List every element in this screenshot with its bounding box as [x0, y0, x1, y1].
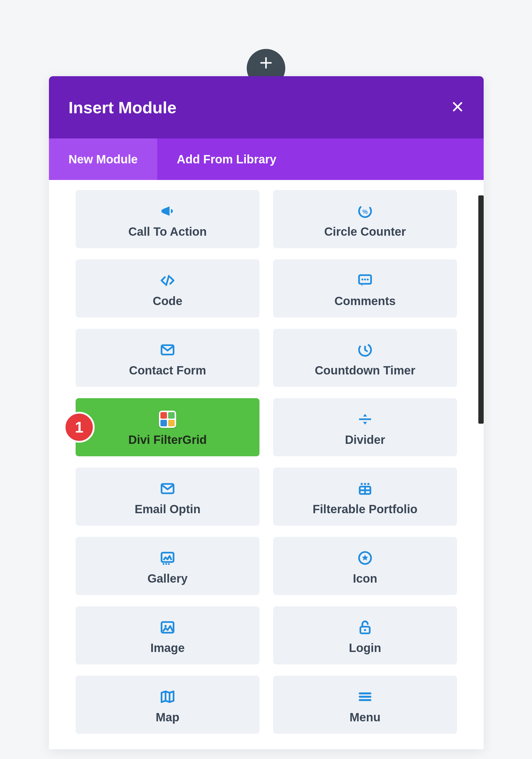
gallery-icon-slot — [160, 549, 176, 567]
module-call-to-action[interactable]: Call To Action — [76, 190, 260, 248]
module-label: Call To Action — [128, 225, 207, 238]
module-map[interactable]: Map — [76, 676, 260, 734]
envelope-icon — [160, 481, 176, 497]
star-circle-icon — [357, 550, 373, 566]
call-to-action-icon-slot — [160, 203, 176, 220]
module-label: Divider — [345, 433, 385, 447]
clock-icon — [357, 342, 373, 358]
code-icon-slot — [160, 272, 176, 289]
megaphone-icon — [160, 203, 176, 219]
module-comments[interactable]: Comments — [273, 260, 457, 318]
image-icon-slot — [160, 619, 176, 636]
envelope-icon — [160, 342, 176, 358]
icon-icon-slot — [357, 549, 373, 567]
module-image[interactable]: Image — [76, 606, 260, 664]
module-label: Login — [349, 641, 381, 655]
contact-form-icon-slot — [160, 341, 176, 358]
module-label: Map — [156, 711, 180, 724]
panel-header: Insert Module — [49, 76, 484, 139]
image-icon — [160, 619, 176, 635]
insert-module-panel: Insert Module New Module Add From Librar… — [49, 76, 484, 749]
module-circle-counter[interactable]: Circle Counter — [273, 190, 457, 248]
comment-icon — [357, 272, 373, 289]
menu-icon — [357, 689, 373, 705]
module-email-optin[interactable]: Email Optin — [76, 467, 260, 526]
module-code[interactable]: Code — [76, 260, 260, 318]
circle-percent-icon — [357, 203, 373, 219]
countdown-timer-icon-slot — [357, 341, 373, 358]
divi-filtergrid-icon-slot — [159, 411, 176, 428]
map-icon-slot — [160, 688, 176, 705]
grid-icon — [357, 481, 373, 497]
map-icon — [160, 689, 176, 705]
module-label: Menu — [349, 711, 381, 724]
module-label: Countdown Timer — [315, 364, 415, 377]
code-icon — [160, 272, 176, 289]
email-optin-icon-slot — [160, 480, 176, 497]
module-countdown-timer[interactable]: Countdown Timer — [273, 329, 457, 387]
login-icon-slot — [357, 619, 373, 636]
filterable-portfolio-icon-slot — [357, 480, 373, 497]
module-menu[interactable]: Menu — [273, 676, 457, 734]
module-label: Image — [150, 641, 185, 655]
plus-icon — [259, 56, 273, 70]
module-list: Call To ActionCircle CounterCodeComments… — [49, 180, 484, 749]
panel-title: Insert Module — [68, 98, 177, 117]
divider-icon — [357, 411, 373, 427]
module-divi-filtergrid[interactable]: Divi FilterGrid1 — [76, 398, 260, 456]
scrollbar[interactable] — [478, 195, 484, 424]
module-label: Comments — [335, 295, 396, 308]
lock-open-icon — [357, 619, 373, 635]
tab-new-module[interactable]: New Module — [49, 139, 157, 180]
module-label: Contact Form — [129, 364, 206, 377]
module-label: Icon — [353, 572, 377, 585]
filtergrid-logo-icon — [159, 411, 176, 428]
close-button[interactable] — [451, 100, 464, 114]
module-login[interactable]: Login — [273, 606, 457, 664]
module-label: Filterable Portfolio — [312, 502, 417, 516]
gallery-icon — [160, 550, 176, 566]
annotation-badge: 1 — [64, 412, 95, 443]
module-icon[interactable]: Icon — [273, 537, 457, 595]
module-label: Email Optin — [135, 502, 200, 516]
module-label: Divi FilterGrid — [128, 433, 207, 447]
module-filterable-portfolio[interactable]: Filterable Portfolio — [273, 467, 457, 526]
tabs: New Module Add From Library — [49, 139, 484, 180]
close-icon — [451, 100, 464, 113]
module-label: Code — [153, 295, 183, 308]
circle-counter-icon-slot — [357, 203, 373, 220]
module-contact-form[interactable]: Contact Form — [76, 329, 260, 387]
module-gallery[interactable]: Gallery — [76, 537, 260, 595]
comments-icon-slot — [357, 272, 373, 289]
divider-icon-slot — [357, 411, 373, 428]
module-label: Circle Counter — [324, 225, 406, 238]
menu-icon-slot — [357, 688, 373, 705]
module-divider[interactable]: Divider — [273, 398, 457, 456]
tab-add-from-library[interactable]: Add From Library — [157, 139, 296, 180]
module-label: Gallery — [147, 572, 188, 585]
